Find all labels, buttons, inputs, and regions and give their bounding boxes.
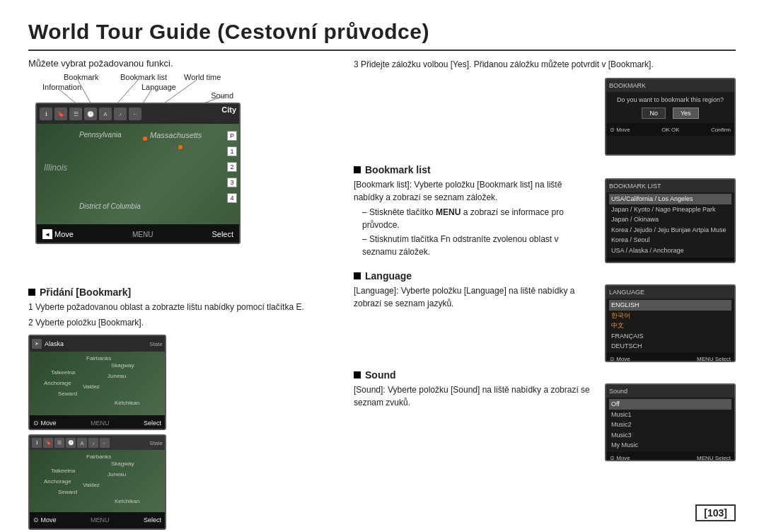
lang-content: ENGLISH 한국어 中文 FRANÇAIS DEUTSCH [606,299,734,353]
menu-label: MENU [132,231,153,238]
bl-menu: MENU Select [697,260,731,263]
left-arrow-icon: ◄ [42,229,52,239]
p-label-4: 3 [227,178,237,187]
bookmark-heading: Přidání [Bookmark] [28,287,340,298]
step1-text: 1 Vyberte požadovanou oblast a zobrazte … [28,301,340,313]
small-screen-2-wrapper: ℹ 🔖 ☰ 🕐 A ♪ ← State Fairbanks Talkeetna … [28,434,340,530]
bl-title: BOOKMARK LIST [609,183,661,190]
screen-bottom-bar: ◄ Move MENU Select [37,224,239,244]
bl-item-5: USA / Alaska / Anchorage [609,245,731,256]
sm2-juneau: Juneau [108,471,126,478]
small-map-1: Fairbanks Talkeetna Anchorage Skagway Ju… [30,352,165,415]
confirm-screen-wrapper: BOOKMARK Do you want to bookmark this re… [599,78,736,158]
ss1-city: Alaska [45,340,64,347]
label-worldtime: World time [184,73,221,81]
confirm-no[interactable]: No [642,108,666,119]
list-icon: ☰ [69,108,82,120]
lang-item-1: 한국어 [609,311,731,321]
ss1-icon1: ➤ [32,339,42,349]
ss1-menu: MENU [91,420,110,427]
label-language: Language [141,83,176,91]
ss2-select: Select [144,516,161,524]
ss2-move: ⊙ Move [33,516,57,524]
sound-item-2: Music2 [609,420,731,430]
step2-text: 2 Vyberte položku [Bookmark]. [28,316,340,329]
language-heading: Language [354,270,736,282]
sound-item-0: Off [609,399,731,410]
bl-top: BOOKMARK LIST [606,180,734,192]
sound-item-4: My Music [609,440,731,451]
ss1-select: Select [144,420,161,427]
ss2-i2: 🔖 [43,438,53,448]
lang-title: LANGUAGE [609,289,644,296]
move-label: Move [54,230,74,238]
ss1-move: ⊙ Move [33,420,57,427]
sm-skagway: Skagway [111,362,134,369]
ss2-menu: MENU [91,516,110,524]
sound-content: Off Music1 Music2 Music3 My Music [606,398,734,452]
dot2 [178,145,183,149]
small-screen-2-bottom: ⊙ Move MENU Select [30,512,165,528]
ss2-i7: ← [100,438,110,448]
lang-menu: MENU Select [697,356,731,362]
right-column: 3 Přidejte záložku volbou [Yes]. Přidano… [354,58,736,530]
sm2-seward: Seward [58,489,77,495]
sm-valdez: Valdez [83,383,100,390]
confirm-title: BOOKMARK [609,82,646,89]
bookmark-icon: 🔖 [54,108,67,120]
confirm-yes[interactable]: Yes [673,108,699,119]
clock-icon: 🕐 [84,108,97,120]
page-title: World Tour Guide (Cestovní průvodce) [28,20,736,51]
lang-screen: LANGUAGE ENGLISH 한국어 中文 FRANÇAIS DEUTSCH… [605,284,736,362]
sm2-valdez: Valdez [83,482,100,488]
left-column: Můžete vybrat požadovanou funkci. Bookma… [28,58,340,530]
small-map-2: Fairbanks Talkeetna Anchorage Skagway Ju… [30,450,165,512]
sm2-anchorage: Anchorage [44,478,71,485]
ss2-top-bar: ℹ 🔖 ☰ 🕐 A ♪ ← State [30,436,165,450]
sound-title: Sound [609,388,627,395]
bookmarklist-section: Bookmark list BOOKMARK LIST USA/Californ… [354,164,736,258]
label-bookmarklist: Bookmark list [120,73,167,81]
lang-item-4: DEUTSCH [609,341,731,352]
sound-item-1: Music1 [609,410,731,420]
info-icon: ℹ [40,108,52,120]
sm2-talkeetna: Talkeetna [51,468,75,474]
ss2-i1: ℹ [32,438,42,448]
page: World Tour Guide (Cestovní průvodce) Můž… [0,0,764,532]
lang-icon: A [99,108,112,120]
city-label: City [221,105,236,114]
sm-talkeetna: Talkeetna [51,369,75,376]
sm-ketchikan: Ketchikan [115,400,139,406]
ss2-i6: ♪ [88,438,98,448]
bl-content: USA/California / Los Angeles Japan / Kyo… [606,192,734,258]
small-screen-1: ➤ Alaska State Fairbanks Talkeetna Ancho… [28,335,166,430]
sm2-skagway: Skagway [111,461,134,467]
lang-bullet-icon [354,272,361,279]
sm-seward: Seward [58,391,77,397]
bullet-icon [28,289,35,296]
p-label-1: P [227,131,237,141]
lang-top: LANGUAGE [606,286,734,299]
confirm-top: BOOKMARK [606,79,734,92]
bl-bottom: Fn Delete MENU Select [606,258,734,263]
toolbar: ℹ 🔖 ☰ 🕐 A ♪ ← City [37,104,239,124]
state-massachusetts: Massachusetts [150,131,202,139]
state-illinois: Illinois [44,163,67,173]
sm-fairbanks: Fairbanks [86,355,111,362]
back-icon: ← [129,108,141,120]
confirm-move: ⊙ Move [610,127,630,133]
ss2-i3: ☰ [54,438,64,448]
small-screen-1-bottom: ⊙ Move MENU Select [30,415,165,430]
lang-item-2: 中文 [609,320,731,331]
small-screen-1-top: ➤ Alaska State [30,336,165,352]
small-screens-row: ➤ Alaska State Fairbanks Talkeetna Ancho… [28,335,340,430]
step3-text: 3 Přidejte záložku volbou [Yes]. Přidano… [354,58,736,71]
bl-item-0: USA/California / Los Angeles [609,194,731,204]
small-screen-2: ℹ 🔖 ☰ 🕐 A ♪ ← State Fairbanks Talkeetna … [28,434,166,530]
bl-bullet-icon [354,166,361,173]
sound-screen-wrapper: Sound Off Music1 Music2 Music3 My Music … [599,383,736,464]
lang-item-3: FRANÇAIS [609,331,731,342]
main-screen-wrapper: ℹ 🔖 ☰ 🕐 A ♪ ← City Exit [28,103,244,244]
ss1-state: State [149,341,163,347]
p-label-5: 4 [227,193,237,203]
